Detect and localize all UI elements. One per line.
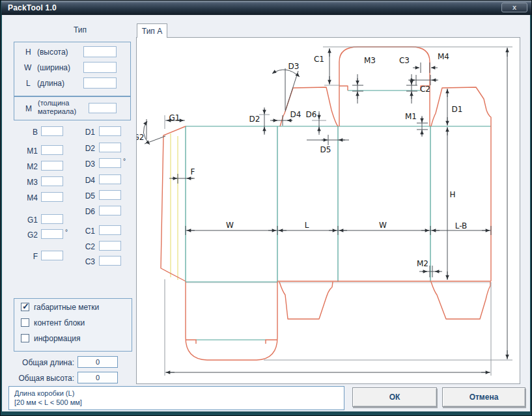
f-label: F <box>17 252 38 261</box>
d1-label: D1 <box>74 128 95 137</box>
dim-label-g1: G1 <box>169 113 180 122</box>
title-bar[interactable]: PackTool 1.0 x <box>1 1 532 15</box>
checkbox-content-blocks-label: контент блоки <box>34 318 85 327</box>
cancel-button[interactable]: Отмена <box>442 387 525 407</box>
m2-label: M2 <box>17 162 38 171</box>
window-title: PackTool 1.0 <box>8 3 57 12</box>
dim-label-d4: D4 <box>290 110 301 119</box>
m4-label: M4 <box>17 193 38 202</box>
g2-degree-mark: ° <box>65 229 68 236</box>
dim-label-d3: D3 <box>288 62 300 71</box>
d3-degree-mark: ° <box>123 158 126 165</box>
total-length-label: Общая длина: <box>9 358 74 367</box>
checkbox-content-blocks[interactable] <box>21 318 29 327</box>
status-line-2: [20 мм < L < 500 мм] <box>14 398 339 407</box>
h-label: H <box>25 48 31 57</box>
d1-input[interactable] <box>99 126 121 136</box>
dim-label-w2: W <box>379 221 387 230</box>
h-input[interactable] <box>83 46 117 57</box>
packtool-window: PackTool 1.0 x Тип Тип A H (высота) W (ш… <box>0 0 532 416</box>
g2-label: G2 <box>17 230 38 240</box>
type-caption: Тип <box>74 25 87 35</box>
status-line-1: Длина коробки (L) <box>14 389 339 398</box>
m3-label: M3 <box>17 178 38 187</box>
dim-label-f: F <box>191 167 195 176</box>
m-input[interactable] <box>89 103 117 113</box>
diagram-labels: G1 G2 F D3 D2 D4 D6 D5 C1 M3 C3 M4 C2 M1… <box>137 52 467 268</box>
l-hint: (длина) <box>37 79 64 88</box>
cut-lines <box>161 47 491 360</box>
glue-lines <box>171 133 178 280</box>
total-height-value <box>77 372 118 383</box>
dim-label-c3: C3 <box>399 56 410 65</box>
c1-label: C1 <box>74 227 95 236</box>
tab-type-a[interactable]: Тип A <box>137 23 167 38</box>
dimension-lines <box>143 48 507 372</box>
m3-input[interactable] <box>41 176 63 186</box>
checkbox-information[interactable] <box>21 334 29 342</box>
d3-input[interactable] <box>99 158 121 168</box>
c3-input[interactable] <box>99 256 121 266</box>
m2-input[interactable] <box>41 161 63 171</box>
dim-label-d2: D2 <box>249 115 260 124</box>
dim-label-d6: D6 <box>306 110 317 119</box>
total-height-label: Общая высота: <box>9 374 74 383</box>
checkbox-gabarit-marks[interactable] <box>21 303 29 311</box>
g1-label: G1 <box>17 215 38 225</box>
m-label: M <box>25 104 32 113</box>
c1-input[interactable] <box>99 225 121 235</box>
d5-label: D5 <box>74 191 95 201</box>
dim-label-d5: D5 <box>320 145 331 154</box>
dim-label-lb: L-B <box>455 221 468 230</box>
d6-input[interactable] <box>99 206 121 215</box>
g2-input[interactable] <box>41 229 63 239</box>
d6-label: D6 <box>74 207 95 216</box>
extension-lines <box>165 47 512 376</box>
w-label: W <box>24 63 31 72</box>
b-label: B <box>17 128 38 137</box>
close-button[interactable]: x <box>501 3 527 12</box>
g1-input[interactable] <box>41 214 63 224</box>
dim-label-m4: M4 <box>438 52 449 61</box>
dim-label-w1: W <box>226 221 234 230</box>
l-input[interactable] <box>83 77 117 89</box>
dim-label-c2: C2 <box>420 85 430 94</box>
w-input[interactable] <box>83 62 117 73</box>
dim-label-d1: D1 <box>452 105 463 114</box>
dim-label-c1: C1 <box>314 55 324 64</box>
m1-label: M1 <box>17 146 38 156</box>
b-input[interactable] <box>41 126 63 136</box>
dim-label-m3: M3 <box>364 56 376 65</box>
d4-input[interactable] <box>99 174 121 184</box>
m-hint-2: материала) <box>38 107 76 115</box>
d4-label: D4 <box>74 176 95 185</box>
checkbox-gabarit-marks-label: габаритные метки <box>34 303 99 312</box>
h-hint: (высота) <box>37 48 68 57</box>
f-input[interactable] <box>41 251 63 260</box>
c2-input[interactable] <box>99 241 121 251</box>
d2-label: D2 <box>74 144 95 153</box>
l-label: L <box>26 79 31 88</box>
status-box: Длина коробки (L) [20 мм < L < 500 мм] <box>8 386 344 410</box>
m4-input[interactable] <box>41 192 63 202</box>
w-hint: (ширина) <box>37 63 70 72</box>
checkbox-information-label: информация <box>34 334 81 343</box>
m1-input[interactable] <box>41 145 63 155</box>
dim-label-m2: M2 <box>417 259 428 268</box>
fold-lines <box>186 90 491 340</box>
dim-label-g2: G2 <box>137 133 144 142</box>
d2-input[interactable] <box>99 143 121 152</box>
ok-button[interactable]: ОК <box>352 387 437 407</box>
c3-label: C3 <box>74 257 95 266</box>
c2-label: C2 <box>74 242 95 251</box>
total-length-value <box>77 356 118 368</box>
m-hint-1: (толщина <box>38 99 69 107</box>
dim-label-m1: M1 <box>405 112 417 121</box>
d5-input[interactable] <box>99 190 121 200</box>
dim-label-h: H <box>449 190 455 199</box>
dim-label-l: L <box>305 221 309 230</box>
dieline-diagram: G1 G2 F D3 D2 D4 D6 D5 C1 M3 C3 M4 C2 M1… <box>137 38 520 383</box>
d3-label: D3 <box>74 159 95 169</box>
